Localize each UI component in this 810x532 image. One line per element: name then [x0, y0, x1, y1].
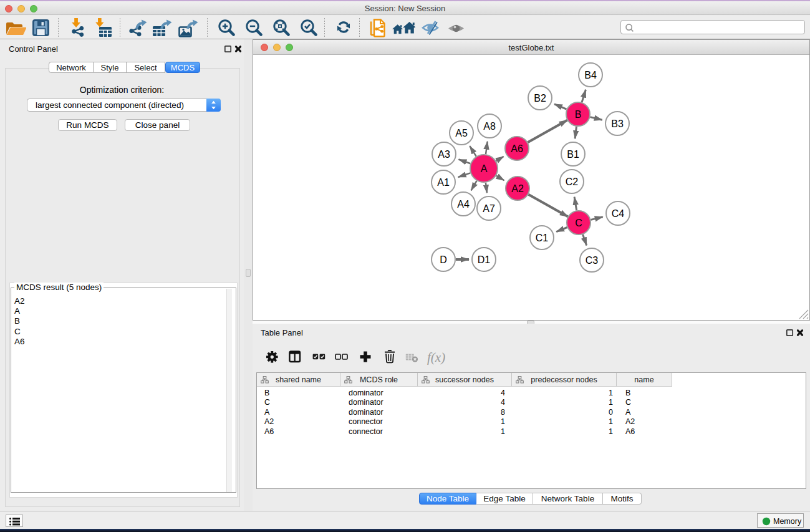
svg-text:B3: B3: [611, 118, 624, 129]
svg-text:B4: B4: [584, 70, 597, 80]
svg-text:D1: D1: [478, 254, 491, 265]
svg-text:C: C: [575, 218, 582, 228]
svg-text:B: B: [575, 109, 582, 120]
svg-text:A6: A6: [511, 143, 523, 154]
svg-text:A: A: [481, 163, 488, 174]
svg-text:B2: B2: [534, 93, 546, 104]
svg-text:A8: A8: [483, 121, 496, 132]
svg-text:A2: A2: [511, 183, 524, 194]
svg-text:C4: C4: [612, 208, 625, 219]
svg-text:D: D: [440, 254, 447, 265]
svg-text:A7: A7: [483, 203, 495, 214]
svg-text:A3: A3: [438, 149, 450, 160]
svg-text:A1: A1: [437, 177, 450, 188]
svg-text:B1: B1: [567, 149, 579, 160]
svg-text:C1: C1: [536, 233, 549, 243]
svg-text:C2: C2: [566, 177, 579, 187]
svg-text:A4: A4: [457, 199, 470, 210]
svg-text:C3: C3: [586, 255, 599, 266]
svg-text:A5: A5: [455, 128, 468, 138]
